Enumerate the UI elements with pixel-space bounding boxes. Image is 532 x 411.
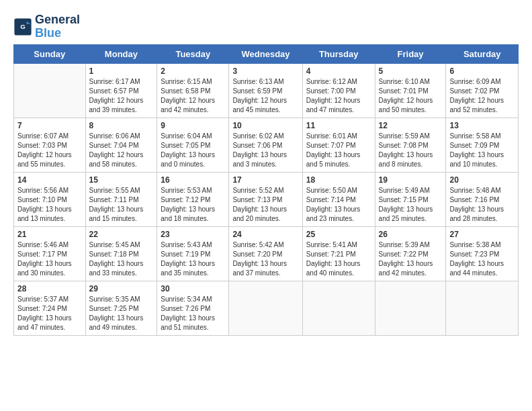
day-number: 6 [449, 66, 515, 76]
day-info: Sunrise: 6:15 AM Sunset: 6:58 PM Dayligh… [161, 77, 225, 115]
day-info: Sunrise: 5:34 AM Sunset: 7:26 PM Dayligh… [161, 295, 225, 332]
calendar-cell: 19Sunrise: 5:49 AM Sunset: 7:15 PM Dayli… [375, 172, 446, 226]
day-info: Sunrise: 5:48 AM Sunset: 7:16 PM Dayligh… [449, 186, 515, 224]
day-number: 4 [306, 66, 371, 76]
calendar-cell: 5Sunrise: 6:10 AM Sunset: 7:01 PM Daylig… [375, 63, 446, 118]
logo-icon: G [13, 17, 32, 36]
day-number: 21 [17, 230, 82, 239]
calendar-cell: 6Sunrise: 6:09 AM Sunset: 7:02 PM Daylig… [446, 63, 519, 118]
day-info: Sunrise: 6:01 AM Sunset: 7:07 PM Dayligh… [306, 132, 371, 169]
day-info: Sunrise: 5:59 AM Sunset: 7:08 PM Dayligh… [379, 132, 443, 169]
day-info: Sunrise: 6:04 AM Sunset: 7:05 PM Dayligh… [161, 132, 225, 169]
day-number: 20 [449, 175, 515, 185]
day-number: 11 [306, 121, 371, 130]
day-number: 19 [379, 175, 443, 185]
day-info: Sunrise: 5:55 AM Sunset: 7:11 PM Dayligh… [89, 186, 154, 224]
day-number: 30 [161, 284, 225, 293]
week-row-4: 21Sunrise: 5:46 AM Sunset: 7:17 PM Dayli… [14, 226, 519, 281]
day-number: 9 [161, 121, 225, 130]
day-number: 22 [89, 230, 154, 239]
calendar-cell [375, 281, 446, 335]
day-number: 17 [232, 175, 298, 185]
day-number: 23 [161, 230, 225, 239]
calendar-cell: 30Sunrise: 5:34 AM Sunset: 7:26 PM Dayli… [157, 281, 229, 335]
day-info: Sunrise: 5:52 AM Sunset: 7:13 PM Dayligh… [232, 186, 298, 224]
calendar-cell: 1Sunrise: 6:17 AM Sunset: 6:57 PM Daylig… [85, 63, 157, 118]
day-number: 5 [379, 66, 443, 76]
logo: G General Blue [13, 13, 80, 40]
calendar-cell: 26Sunrise: 5:39 AM Sunset: 7:22 PM Dayli… [375, 226, 446, 281]
day-number: 28 [17, 284, 82, 293]
day-number: 18 [306, 175, 371, 185]
day-number: 1 [89, 66, 154, 76]
calendar-cell: 18Sunrise: 5:50 AM Sunset: 7:14 PM Dayli… [302, 172, 375, 226]
svg-text:G: G [20, 23, 26, 30]
calendar-cell: 23Sunrise: 5:43 AM Sunset: 7:19 PM Dayli… [157, 226, 229, 281]
calendar-cell: 24Sunrise: 5:42 AM Sunset: 7:20 PM Dayli… [229, 226, 302, 281]
calendar-cell: 17Sunrise: 5:52 AM Sunset: 7:13 PM Dayli… [229, 172, 302, 226]
day-info: Sunrise: 6:09 AM Sunset: 7:02 PM Dayligh… [449, 77, 515, 115]
calendar-cell [302, 281, 375, 335]
calendar-cell: 16Sunrise: 5:53 AM Sunset: 7:12 PM Dayli… [157, 172, 229, 226]
day-number: 8 [89, 121, 154, 130]
day-info: Sunrise: 5:56 AM Sunset: 7:10 PM Dayligh… [17, 186, 82, 224]
day-number: 3 [232, 66, 298, 76]
calendar-cell: 11Sunrise: 6:01 AM Sunset: 7:07 PM Dayli… [302, 118, 375, 172]
calendar-cell: 25Sunrise: 5:41 AM Sunset: 7:21 PM Dayli… [302, 226, 375, 281]
day-info: Sunrise: 5:49 AM Sunset: 7:15 PM Dayligh… [379, 186, 443, 224]
day-info: Sunrise: 5:43 AM Sunset: 7:19 PM Dayligh… [161, 240, 225, 278]
day-number: 26 [379, 230, 443, 239]
weekday-header-sunday: Sunday [14, 44, 86, 63]
day-info: Sunrise: 5:41 AM Sunset: 7:21 PM Dayligh… [306, 240, 371, 278]
day-info: Sunrise: 6:10 AM Sunset: 7:01 PM Dayligh… [379, 77, 443, 115]
calendar-cell: 20Sunrise: 5:48 AM Sunset: 7:16 PM Dayli… [446, 172, 519, 226]
calendar-cell: 4Sunrise: 6:12 AM Sunset: 7:00 PM Daylig… [302, 63, 375, 118]
calendar-cell: 3Sunrise: 6:13 AM Sunset: 6:59 PM Daylig… [229, 63, 302, 118]
calendar-cell: 8Sunrise: 6:06 AM Sunset: 7:04 PM Daylig… [85, 118, 157, 172]
day-info: Sunrise: 6:02 AM Sunset: 7:06 PM Dayligh… [232, 132, 298, 169]
day-number: 27 [449, 230, 515, 239]
calendar-cell [446, 281, 519, 335]
calendar-cell: 13Sunrise: 5:58 AM Sunset: 7:09 PM Dayli… [446, 118, 519, 172]
day-info: Sunrise: 5:46 AM Sunset: 7:17 PM Dayligh… [17, 240, 82, 278]
weekday-header-wednesday: Wednesday [229, 44, 302, 63]
week-row-1: 1Sunrise: 6:17 AM Sunset: 6:57 PM Daylig… [14, 63, 519, 118]
day-info: Sunrise: 5:58 AM Sunset: 7:09 PM Dayligh… [449, 132, 515, 169]
day-number: 16 [161, 175, 225, 185]
day-number: 2 [161, 66, 225, 76]
day-info: Sunrise: 5:42 AM Sunset: 7:20 PM Dayligh… [232, 240, 298, 278]
day-info: Sunrise: 6:12 AM Sunset: 7:00 PM Dayligh… [306, 77, 371, 115]
week-row-3: 14Sunrise: 5:56 AM Sunset: 7:10 PM Dayli… [14, 172, 519, 226]
day-info: Sunrise: 6:07 AM Sunset: 7:03 PM Dayligh… [17, 132, 82, 169]
day-number: 13 [449, 121, 515, 130]
calendar-cell: 10Sunrise: 6:02 AM Sunset: 7:06 PM Dayli… [229, 118, 302, 172]
week-row-2: 7Sunrise: 6:07 AM Sunset: 7:03 PM Daylig… [14, 118, 519, 172]
weekday-header-friday: Friday [375, 44, 446, 63]
weekday-header-monday: Monday [85, 44, 157, 63]
weekday-header-thursday: Thursday [302, 44, 375, 63]
calendar-cell: 15Sunrise: 5:55 AM Sunset: 7:11 PM Dayli… [85, 172, 157, 226]
day-info: Sunrise: 5:38 AM Sunset: 7:23 PM Dayligh… [449, 240, 515, 278]
calendar-cell: 9Sunrise: 6:04 AM Sunset: 7:05 PM Daylig… [157, 118, 229, 172]
day-number: 12 [379, 121, 443, 130]
day-info: Sunrise: 6:17 AM Sunset: 6:57 PM Dayligh… [89, 77, 154, 115]
calendar-cell: 2Sunrise: 6:15 AM Sunset: 6:58 PM Daylig… [157, 63, 229, 118]
day-info: Sunrise: 5:45 AM Sunset: 7:18 PM Dayligh… [89, 240, 154, 278]
day-info: Sunrise: 6:06 AM Sunset: 7:04 PM Dayligh… [89, 132, 154, 169]
calendar-cell: 12Sunrise: 5:59 AM Sunset: 7:08 PM Dayli… [375, 118, 446, 172]
day-number: 7 [17, 121, 82, 130]
day-number: 14 [17, 175, 82, 185]
day-info: Sunrise: 5:37 AM Sunset: 7:24 PM Dayligh… [17, 295, 82, 332]
calendar-cell: 21Sunrise: 5:46 AM Sunset: 7:17 PM Dayli… [14, 226, 86, 281]
calendar-cell: 28Sunrise: 5:37 AM Sunset: 7:24 PM Dayli… [14, 281, 86, 335]
day-info: Sunrise: 5:50 AM Sunset: 7:14 PM Dayligh… [306, 186, 371, 224]
day-number: 29 [89, 284, 154, 293]
day-info: Sunrise: 6:13 AM Sunset: 6:59 PM Dayligh… [232, 77, 298, 115]
calendar-cell: 29Sunrise: 5:35 AM Sunset: 7:25 PM Dayli… [85, 281, 157, 335]
day-number: 24 [232, 230, 298, 239]
day-number: 10 [232, 121, 298, 130]
day-info: Sunrise: 5:35 AM Sunset: 7:25 PM Dayligh… [89, 295, 154, 332]
weekday-header-tuesday: Tuesday [157, 44, 229, 63]
calendar-cell: 7Sunrise: 6:07 AM Sunset: 7:03 PM Daylig… [14, 118, 86, 172]
logo-text: General Blue [35, 13, 80, 40]
